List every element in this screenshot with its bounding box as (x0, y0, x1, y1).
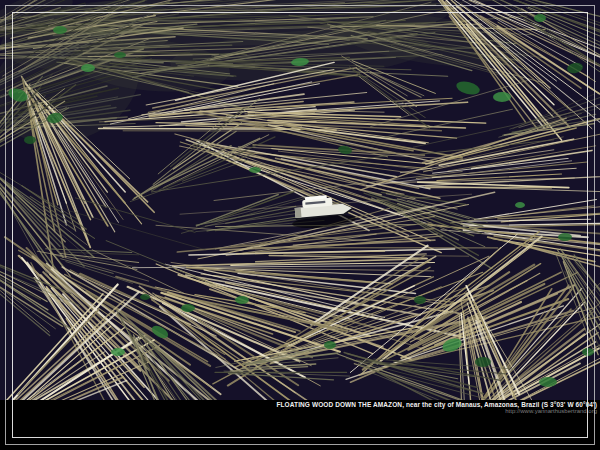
green-vegetation-patch (81, 64, 95, 72)
green-vegetation-patch (249, 167, 261, 173)
green-vegetation-patch (414, 296, 426, 304)
green-vegetation-patch (114, 52, 126, 58)
green-vegetation-patch (493, 92, 511, 102)
green-vegetation-patch (534, 14, 546, 22)
caption-url: http://www.yannarthusbertrand.org (505, 408, 597, 415)
green-vegetation-patch (558, 233, 572, 241)
green-vegetation-patch (539, 377, 557, 387)
green-vegetation-patch (111, 348, 125, 356)
green-vegetation-patch (324, 341, 336, 349)
green-vegetation-patch (475, 357, 491, 367)
green-vegetation-patch (181, 304, 195, 312)
green-vegetation-patch (515, 202, 525, 208)
green-vegetation-patch (140, 294, 150, 300)
green-vegetation-patch (582, 348, 594, 356)
green-vegetation-patch (53, 26, 67, 34)
wallpaper: FLOATING WOOD DOWN THE AMAZON, near the … (0, 0, 600, 450)
green-vegetation-patch (24, 136, 36, 144)
green-vegetation-patch (235, 296, 249, 304)
caption-bar: FLOATING WOOD DOWN THE AMAZON, near the … (0, 400, 600, 450)
caption-title: FLOATING WOOD DOWN THE AMAZON, near the … (276, 401, 597, 408)
photo-scene (0, 0, 600, 401)
